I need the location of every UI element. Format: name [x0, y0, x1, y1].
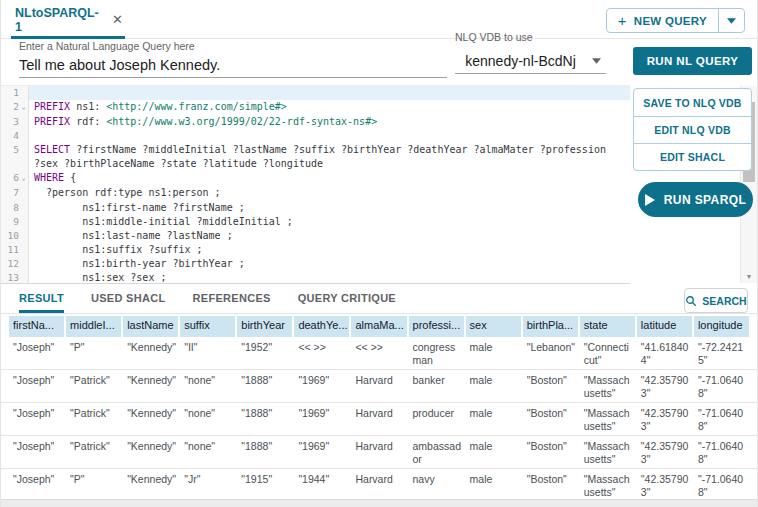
fold-toggle-icon[interactable]: ⌄: [19, 171, 28, 186]
code-text: SELECT ?firstName ?middleInitial ?lastNa…: [29, 143, 630, 171]
table-cell: "Joseph": [9, 337, 64, 369]
code-token: PREFIX: [34, 116, 70, 127]
line-number: 7: [13, 186, 19, 200]
code-line: 2⌄PREFIX ns1: <http://www.franz.com/simp…: [1, 100, 630, 115]
run-nl-query-button[interactable]: RUN NL QUERY: [633, 47, 752, 75]
vdb-action-button-group: SAVE TO NLQ VDB EDIT NLQ VDB EDIT SHACL: [633, 88, 752, 171]
line-number: 8: [13, 201, 19, 215]
search-icon: [685, 295, 697, 307]
code-line: 7 ?person rdf:type ns1:person ;: [1, 186, 630, 200]
table-cell: Harvard: [351, 436, 406, 468]
table-cell: "1888": [237, 403, 292, 435]
line-gutter: 8: [1, 201, 29, 215]
column-header[interactable]: firstNa...: [9, 316, 64, 337]
code-line: 3PREFIX rdf: <http://www.w3.org/1999/02/…: [1, 115, 630, 129]
line-gutter: 2⌄: [1, 100, 29, 115]
table-cell: "-71.06408": [694, 370, 749, 402]
search-label: SEARCH: [702, 295, 746, 307]
table-cell: "1915": [237, 469, 292, 501]
line-gutter: 12: [1, 257, 29, 271]
code-text: WHERE {: [29, 171, 630, 186]
table-cell: banker: [409, 370, 464, 402]
line-gutter: 1: [1, 86, 29, 100]
table-cell: navy: [409, 469, 464, 501]
nl-query-input[interactable]: [19, 52, 447, 78]
table-cell: "none": [180, 403, 235, 435]
code-text: [29, 86, 630, 100]
code-token: PREFIX: [34, 101, 70, 112]
line-gutter: 10: [1, 229, 29, 243]
result-tab-query-critique[interactable]: QUERY CRITIQUE: [298, 286, 396, 313]
code-line: 12 ns1:birth-year ?birthYear ;: [1, 257, 630, 271]
search-button[interactable]: SEARCH: [684, 288, 748, 313]
line-number: 1: [13, 86, 19, 100]
save-to-nlq-vdb-button[interactable]: SAVE TO NLQ VDB: [634, 89, 751, 116]
table-cell: "Joseph": [9, 469, 64, 501]
scroll-down-icon[interactable]: ▼: [741, 273, 757, 280]
table-cell: "-71.06408": [694, 436, 749, 468]
column-header[interactable]: longitude: [694, 316, 749, 337]
table-row: "Joseph""P""Kennedy""II""1952"<< >><< >>…: [1, 337, 757, 370]
run-sparql-button[interactable]: RUN SPARQL: [638, 182, 753, 217]
edit-nlq-vdb-button[interactable]: EDIT NLQ VDB: [634, 116, 751, 143]
table-cell: "42.357903": [637, 403, 692, 435]
table-cell: male: [466, 403, 521, 435]
new-query-dropdown-button[interactable]: [718, 9, 744, 32]
table-cell: "1944": [294, 469, 349, 501]
line-number: 13: [8, 271, 19, 284]
column-header[interactable]: professi...: [409, 316, 464, 337]
edit-shacl-button[interactable]: EDIT SHACL: [634, 143, 751, 170]
table-cell: << >>: [294, 337, 349, 369]
code-token: ?person rdf:type ns1:person ;: [34, 187, 221, 198]
line-number: 10: [8, 229, 19, 243]
column-header[interactable]: almaMa...: [351, 316, 406, 337]
column-header[interactable]: birthPla...: [523, 316, 578, 337]
table-horizontal-scrollbar[interactable]: [1, 499, 757, 507]
code-line: 4: [1, 129, 630, 143]
fold-toggle-icon[interactable]: ⌄: [19, 100, 28, 115]
column-header[interactable]: birthYear: [237, 316, 292, 337]
vdb-select[interactable]: kennedy-nl-BcdNj: [455, 48, 606, 74]
line-gutter: 3: [1, 115, 29, 129]
close-tab-icon[interactable]: ✕: [112, 12, 123, 27]
table-row: "Joseph""Patrick""Kennedy""none""1888""1…: [1, 403, 757, 436]
chevron-down-icon: [727, 18, 736, 24]
column-header[interactable]: suffix: [180, 316, 235, 337]
table-row: "Joseph""P""Kennedy""Jr""1915""1944"Harv…: [1, 469, 757, 502]
line-number: 5: [13, 143, 19, 157]
table-cell: male: [466, 370, 521, 402]
column-header[interactable]: latitude: [637, 316, 692, 337]
line-gutter: 11: [1, 243, 29, 257]
code-line: 9 ns1:middle-initial ?middleInitial ;: [1, 215, 630, 229]
column-header[interactable]: deathYe...: [294, 316, 349, 337]
table-cell: "1888": [237, 370, 292, 402]
table-cell: "42.357903": [637, 370, 692, 402]
column-header[interactable]: state: [580, 316, 635, 337]
table-cell: "Kennedy": [123, 469, 178, 501]
table-cell: "none": [180, 436, 235, 468]
table-cell: "Boston": [523, 403, 578, 435]
code-line: 1: [1, 86, 630, 100]
code-text: ns1:middle-initial ?middleInitial ;: [29, 215, 630, 229]
vdb-selected-value: kennedy-nl-BcdNj: [455, 53, 586, 69]
result-tab-used-shacl[interactable]: USED SHACL: [91, 286, 166, 313]
table-cell: "Massachusetts": [580, 403, 635, 435]
sparql-editor[interactable]: 12⌄PREFIX ns1: <http://www.franz.com/sim…: [1, 85, 630, 284]
nl-query-label: Enter a Natural Language Query here: [19, 40, 195, 52]
table-cell: "Boston": [523, 436, 578, 468]
tab-nltosparql-1[interactable]: NLtoSPARQL-1 ✕: [11, 3, 125, 39]
result-table-header: firstNa...middleI...lastNamesuffixbirthY…: [1, 316, 757, 337]
new-query-button[interactable]: + NEW QUERY: [607, 9, 718, 32]
column-header[interactable]: lastName: [123, 316, 178, 337]
result-tab-result[interactable]: RESULT: [19, 286, 64, 313]
table-cell: ambassador: [409, 436, 464, 468]
code-token: WHERE: [34, 172, 64, 183]
code-line: 6⌄WHERE {: [1, 171, 630, 186]
table-cell: "II": [180, 337, 235, 369]
code-token: ns1:sex ?sex ;: [34, 272, 166, 283]
column-header[interactable]: middleI...: [66, 316, 121, 337]
result-tab-references[interactable]: REFERENCES: [193, 286, 271, 313]
column-header[interactable]: sex: [466, 316, 521, 337]
code-text: ns1:sex ?sex ;: [29, 271, 630, 284]
line-number: 4: [13, 129, 19, 143]
